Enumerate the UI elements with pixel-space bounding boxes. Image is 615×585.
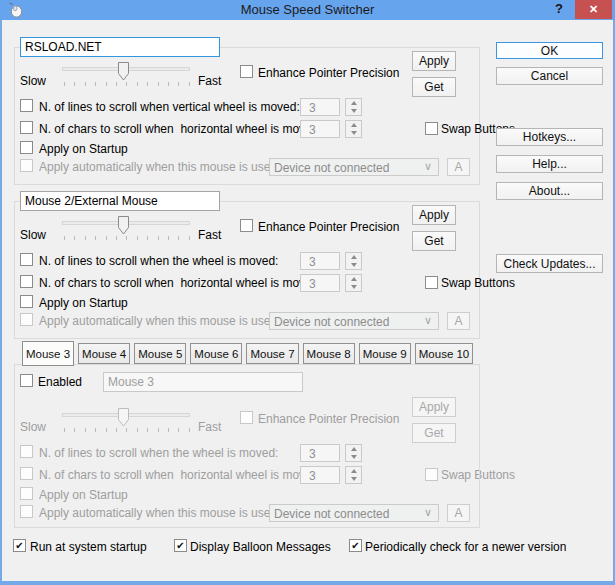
periodic-check-label: Periodically check for a newer version (365, 540, 566, 554)
swap-buttons-label: Swap Buttons (441, 276, 515, 290)
tab-mouse-4[interactable]: Mouse 4 (78, 343, 130, 364)
spinner-down-icon[interactable] (346, 283, 361, 291)
tab-panel-border (14, 364, 480, 528)
apply-automatically-label: Apply automatically when this mouse is u… (39, 160, 280, 174)
tab-mouse-10[interactable]: Mouse 10 (415, 343, 474, 364)
spinner-down-icon[interactable] (346, 261, 361, 269)
mouse-tab-bar: Mouse 3 Mouse 4 Mouse 5 Mouse 6 Mouse 7 … (22, 343, 473, 366)
check-icon: ✔ (351, 540, 359, 551)
mouse-speed-switcher-window: Mouse Speed Switcher ? ✕ Slow Fast Enhan… (0, 0, 615, 585)
device-dropdown-value: Device not connected (274, 315, 389, 329)
chars-spinner-value: 3 (300, 274, 340, 292)
spinner-down-icon[interactable] (346, 107, 361, 115)
assign-device-button: A (447, 158, 470, 176)
tab-mouse-6[interactable]: Mouse 6 (190, 343, 242, 364)
enhance-pointer-precision-label: Enhance Pointer Precision (258, 66, 399, 80)
device-dropdown: Device not connected∨ (269, 158, 439, 176)
tab-mouse-9[interactable]: Mouse 9 (359, 343, 411, 364)
apply-automatically-checkbox (20, 159, 33, 172)
slider-slow-label: Slow (20, 228, 46, 242)
run-at-startup-checkbox[interactable]: ✔ (13, 539, 26, 552)
slider-ticks (64, 236, 190, 240)
tab-mouse-3[interactable]: Mouse 3 (22, 341, 74, 366)
run-at-startup-label: Run at system startup (30, 540, 147, 554)
spinner-down-icon[interactable] (346, 129, 361, 137)
lines-scroll-label: N. of lines to scroll when the wheel is … (39, 254, 278, 268)
tab-mouse-7[interactable]: Mouse 7 (246, 343, 298, 364)
chars-spinner-value: 3 (300, 120, 340, 138)
chevron-down-icon: ∨ (424, 314, 432, 327)
get-button[interactable]: Get (412, 231, 456, 251)
lines-scroll-label: N. of lines to scroll when vertical whee… (39, 100, 300, 114)
spinner-up-icon[interactable] (346, 253, 361, 261)
enhance-pointer-precision-label: Enhance Pointer Precision (258, 220, 399, 234)
chars-scroll-label: N. of chars to scroll when horizontal wh… (39, 276, 322, 290)
tab-mouse-8[interactable]: Mouse 8 (303, 343, 355, 364)
slider-fast-label: Fast (198, 74, 221, 88)
lines-spinner-value: 3 (300, 98, 340, 116)
get-button[interactable]: Get (412, 77, 456, 97)
apply-on-startup-checkbox[interactable] (20, 295, 33, 308)
window-title: Mouse Speed Switcher (0, 2, 615, 17)
apply-automatically-checkbox (20, 313, 33, 326)
device-dropdown-value: Device not connected (274, 161, 389, 175)
periodic-check-checkbox[interactable]: ✔ (349, 539, 362, 552)
display-balloon-messages-checkbox[interactable]: ✔ (174, 539, 187, 552)
mouse2-section: Slow Fast Enhance Pointer Precision Appl… (0, 184, 482, 344)
apply-on-startup-checkbox[interactable] (20, 141, 33, 154)
profile-name-field[interactable] (20, 37, 220, 57)
ok-button[interactable]: OK (496, 42, 603, 59)
apply-button[interactable]: Apply (412, 51, 456, 71)
chars-scroll-checkbox[interactable] (20, 275, 33, 288)
slider-ticks (64, 82, 190, 86)
assign-device-button: A (447, 312, 470, 330)
lines-spinner-value: 3 (300, 252, 340, 270)
speed-slider-thumb[interactable] (118, 62, 129, 81)
help-button[interactable]: Help... (496, 155, 603, 173)
apply-automatically-label: Apply automatically when this mouse is u… (39, 314, 280, 328)
mouse1-section: Slow Fast Enhance Pointer Precision Appl… (0, 30, 482, 190)
lines-spinner-buttons[interactable] (345, 98, 362, 116)
spinner-up-icon[interactable] (346, 275, 361, 283)
lines-spinner-buttons[interactable] (345, 252, 362, 270)
speed-slider-thumb[interactable] (118, 216, 129, 235)
swap-buttons-checkbox[interactable] (425, 276, 438, 289)
device-dropdown: Device not connected∨ (269, 312, 439, 330)
titlebar-help-button[interactable]: ? (550, 1, 568, 19)
spinner-up-icon[interactable] (346, 121, 361, 129)
apply-button[interactable]: Apply (412, 205, 456, 225)
apply-on-startup-label: Apply on Startup (39, 142, 128, 156)
lines-scroll-checkbox[interactable] (20, 253, 33, 266)
slider-fast-label: Fast (198, 228, 221, 242)
chars-spinner-buttons[interactable] (345, 274, 362, 292)
hotkeys-button[interactable]: Hotkeys... (496, 128, 603, 146)
check-icon: ✔ (15, 540, 23, 551)
spinner-up-icon[interactable] (346, 99, 361, 107)
close-icon: ✕ (589, 3, 598, 15)
about-button[interactable]: About... (496, 182, 603, 200)
lines-scroll-checkbox[interactable] (20, 99, 33, 112)
enhance-pointer-precision-checkbox[interactable] (240, 219, 253, 232)
chars-scroll-checkbox[interactable] (20, 121, 33, 134)
profile-name-field[interactable] (20, 191, 220, 211)
swap-buttons-checkbox[interactable] (425, 122, 438, 135)
close-button[interactable]: ✕ (575, 0, 612, 19)
check-icon: ✔ (176, 540, 184, 551)
display-balloon-messages-label: Display Balloon Messages (190, 540, 331, 554)
slider-slow-label: Slow (20, 74, 46, 88)
chars-spinner-buttons[interactable] (345, 120, 362, 138)
enhance-pointer-precision-checkbox[interactable] (240, 65, 253, 78)
check-updates-button[interactable]: Check Updates... (496, 254, 603, 273)
apply-on-startup-label: Apply on Startup (39, 296, 128, 310)
chars-scroll-label: N. of chars to scroll when horizontal wh… (39, 122, 322, 136)
chevron-down-icon: ∨ (424, 160, 432, 173)
titlebar: Mouse Speed Switcher ? ✕ (0, 0, 615, 20)
cancel-button[interactable]: Cancel (496, 67, 603, 85)
tab-mouse-5[interactable]: Mouse 5 (134, 343, 186, 364)
